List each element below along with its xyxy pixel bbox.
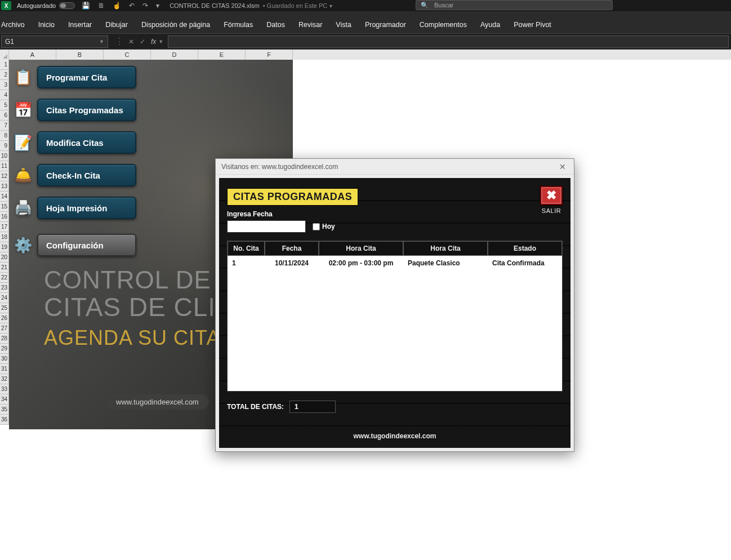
row-header[interactable]: 6 (0, 110, 9, 121)
tab-dibujar[interactable]: Dibujar (99, 15, 135, 33)
row-header[interactable]: 26 (0, 313, 9, 323)
gear-icon: ⚙️ (11, 233, 35, 257)
hoja-impresion-button[interactable]: Hoja Impresión (37, 197, 136, 219)
dialog-titlebar[interactable]: Visitanos en: www.tugodindeexcel.com ✕ (216, 159, 574, 175)
column-header-e[interactable]: E (198, 50, 246, 60)
column-header-c[interactable]: C (104, 50, 151, 60)
worksheet-area[interactable]: 1234567891011121314151617181920212223242… (0, 60, 731, 560)
row-header[interactable]: 21 (0, 263, 9, 273)
row-header[interactable]: 16 (0, 212, 9, 222)
row-header[interactable]: 12 (0, 171, 9, 181)
row-header[interactable]: 4 (0, 90, 9, 100)
filename-chevron-icon[interactable]: ▾ (329, 3, 332, 9)
cancel-formula-icon[interactable]: ✕ (126, 38, 136, 46)
row-header[interactable]: 30 (0, 354, 9, 364)
touch-mode-icon[interactable]: ☝ (113, 2, 121, 10)
redo-icon[interactable]: ↷ (142, 2, 148, 10)
tab-complementos[interactable]: Complementos (413, 15, 474, 33)
citas-programadas-button[interactable]: Citas Programadas (37, 99, 136, 121)
row-header[interactable]: 25 (0, 303, 9, 313)
save-icon[interactable]: 💾 (82, 2, 90, 10)
tab-inicio[interactable]: Inicio (32, 15, 61, 33)
row-header[interactable]: 35 (0, 405, 9, 415)
qat-dropdown-icon[interactable]: ▾ (156, 2, 159, 10)
tab-revisar[interactable]: Revisar (292, 15, 329, 33)
select-all-corner[interactable] (0, 50, 9, 60)
row-header[interactable]: 9 (0, 141, 9, 151)
ribbon-tabs: Archivo Inicio Insertar Dibujar Disposic… (0, 11, 731, 34)
name-box-dropdown-icon[interactable]: ▼ (99, 39, 104, 45)
checkin-cita-button[interactable]: Check-In Cita (37, 164, 136, 186)
menu-row-impresion: 🖨️ Hoja Impresión (11, 196, 136, 220)
row-header[interactable]: 22 (0, 273, 9, 283)
toggle-switch-icon[interactable] (59, 2, 75, 9)
column-headers: A B C D E F (0, 50, 731, 60)
menu-row-programar: 📋 Programar Cita (11, 65, 136, 89)
accept-formula-icon[interactable]: ✓ (137, 38, 148, 46)
formula-input[interactable] (168, 35, 729, 48)
dialog-close-button[interactable]: ✕ (556, 161, 569, 172)
tab-archivo[interactable]: Archivo (0, 15, 32, 33)
hoy-checkbox-input[interactable] (313, 223, 320, 230)
row-header[interactable]: 29 (0, 344, 9, 354)
row-header[interactable]: 23 (0, 283, 9, 293)
row-header[interactable]: 32 (0, 374, 9, 384)
tab-formulas[interactable]: Fórmulas (217, 15, 260, 33)
close-x-icon: ✖ (546, 188, 556, 203)
fx-icon[interactable]: fx (151, 38, 156, 46)
search-input[interactable]: 🔍 Buscar (416, 0, 613, 10)
row-header[interactable]: 15 (0, 202, 9, 212)
row-header[interactable]: 2 (0, 70, 9, 80)
column-header-d[interactable]: D (151, 50, 198, 60)
salir-label: SALIR (540, 207, 563, 214)
row-header[interactable]: 17 (0, 222, 9, 232)
tab-disposicion[interactable]: Disposición de página (135, 15, 217, 33)
row-header[interactable]: 28 (0, 334, 9, 344)
cell-estado: Cita Confirmada (488, 258, 562, 268)
fecha-input[interactable] (227, 220, 306, 233)
row-header[interactable]: 24 (0, 293, 9, 303)
row-header[interactable]: 20 (0, 252, 9, 263)
dialog-heading: CITAS PROGRAMADAS (227, 188, 358, 206)
column-header-a[interactable]: A (9, 50, 56, 60)
row-header[interactable]: 3 (0, 80, 9, 90)
autosave-toggle[interactable]: Autoguardado (17, 2, 75, 9)
modifica-citas-button[interactable]: Modifica Citas (37, 131, 136, 154)
tab-insertar[interactable]: Insertar (61, 15, 99, 33)
new-file-icon[interactable]: 🗎 (98, 2, 105, 10)
row-header[interactable]: 31 (0, 364, 9, 374)
citas-dialog: Visitanos en: www.tugodindeexcel.com ✕ C… (215, 158, 574, 452)
row-header[interactable]: 5 (0, 100, 9, 110)
tab-vista[interactable]: Vista (329, 15, 358, 33)
fx-dropdown-icon[interactable]: ▼ (158, 39, 163, 45)
row-header[interactable]: 18 (0, 232, 9, 242)
row-header[interactable]: 33 (0, 384, 9, 394)
undo-icon[interactable]: ↶ (129, 2, 135, 10)
row-header[interactable]: 14 (0, 192, 9, 202)
programar-cita-button[interactable]: Programar Cita (37, 66, 136, 88)
hoy-checkbox[interactable]: Hoy (313, 223, 335, 230)
tab-powerpivot[interactable]: Power Pivot (507, 15, 558, 33)
name-box[interactable]: G1 ▼ (1, 35, 108, 48)
row-header[interactable]: 1 (0, 60, 9, 70)
row-header[interactable]: 13 (0, 181, 9, 192)
configuracion-button[interactable]: Configuración (37, 234, 136, 256)
tab-datos[interactable]: Datos (260, 15, 292, 33)
row-header[interactable]: 19 (0, 242, 9, 252)
total-row: TOTAL DE CITAS: 1 (227, 401, 563, 413)
row-header[interactable]: 27 (0, 323, 9, 334)
row-header[interactable]: 36 (0, 415, 9, 425)
tab-ayuda[interactable]: Ayuda (474, 15, 507, 33)
salir-button[interactable]: ✖ (540, 186, 563, 205)
row-header[interactable]: 7 (0, 121, 9, 131)
table-body[interactable]: 1 10/11/2024 02:00 pm - 03:00 pm Paquete… (228, 256, 562, 391)
calendar-icon: 📅 (11, 98, 35, 122)
row-header[interactable]: 34 (0, 394, 9, 405)
table-row[interactable]: 1 10/11/2024 02:00 pm - 03:00 pm Paquete… (228, 256, 562, 270)
row-header[interactable]: 10 (0, 151, 9, 161)
tab-programador[interactable]: Programador (358, 15, 413, 33)
column-header-f[interactable]: F (246, 50, 293, 60)
row-header[interactable]: 11 (0, 161, 9, 171)
row-header[interactable]: 8 (0, 131, 9, 141)
column-header-b[interactable]: B (56, 50, 104, 60)
